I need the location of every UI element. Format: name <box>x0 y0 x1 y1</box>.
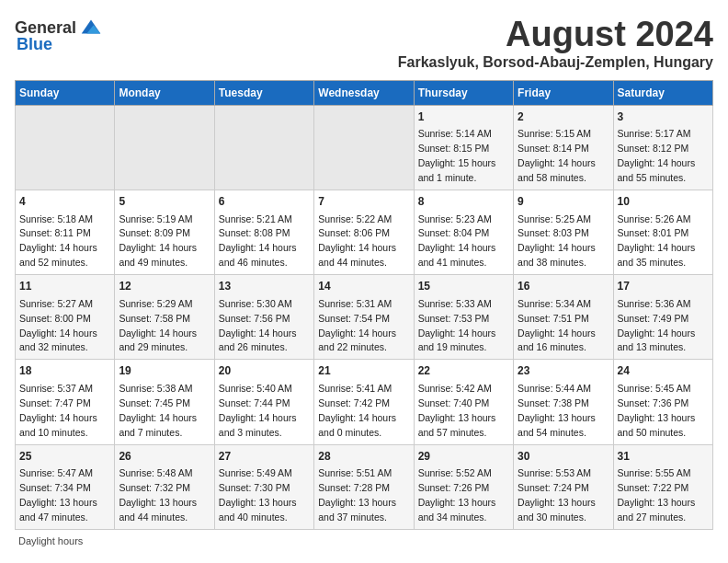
day-number: 9 <box>518 194 609 210</box>
page-subtitle: Farkaslyuk, Borsod-Abauj-Zemplen, Hungar… <box>398 54 713 71</box>
table-row: 8Sunrise: 5:23 AM Sunset: 8:04 PM Daylig… <box>414 190 513 275</box>
table-row: 12Sunrise: 5:29 AM Sunset: 7:58 PM Dayli… <box>115 275 214 360</box>
col-tuesday: Tuesday <box>214 81 313 106</box>
day-number: 11 <box>19 279 110 294</box>
day-number: 30 <box>518 449 609 465</box>
day-number: 16 <box>518 279 609 294</box>
table-row: 25Sunrise: 5:47 AM Sunset: 7:34 PM Dayli… <box>16 444 115 529</box>
table-row: 28Sunrise: 5:51 AM Sunset: 7:28 PM Dayli… <box>314 444 414 529</box>
day-info: Sunrise: 5:52 AM Sunset: 7:26 PM Dayligh… <box>418 467 496 523</box>
table-row: 30Sunrise: 5:53 AM Sunset: 7:24 PM Dayli… <box>514 444 613 529</box>
day-info: Sunrise: 5:21 AM Sunset: 8:08 PM Dayligh… <box>219 213 297 269</box>
calendar-week-row: 25Sunrise: 5:47 AM Sunset: 7:34 PM Dayli… <box>16 444 713 529</box>
day-number: 10 <box>618 194 709 210</box>
table-row <box>16 106 115 190</box>
day-info: Sunrise: 5:41 AM Sunset: 7:42 PM Dayligh… <box>318 383 396 438</box>
day-number: 27 <box>219 449 310 465</box>
table-row: 19Sunrise: 5:38 AM Sunset: 7:45 PM Dayli… <box>115 360 214 444</box>
day-number: 20 <box>219 363 310 379</box>
table-row <box>314 106 414 190</box>
day-info: Sunrise: 5:19 AM Sunset: 8:09 PM Dayligh… <box>119 213 197 269</box>
day-info: Sunrise: 5:37 AM Sunset: 7:47 PM Dayligh… <box>19 383 97 438</box>
day-info: Sunrise: 5:15 AM Sunset: 8:14 PM Dayligh… <box>518 128 596 183</box>
col-thursday: Thursday <box>414 81 513 106</box>
table-row: 11Sunrise: 5:27 AM Sunset: 8:00 PM Dayli… <box>16 275 115 360</box>
day-info: Sunrise: 5:40 AM Sunset: 7:44 PM Dayligh… <box>219 383 297 438</box>
day-number: 17 <box>618 279 709 294</box>
day-number: 2 <box>518 109 609 125</box>
logo-icon <box>78 15 104 40</box>
day-number: 26 <box>119 449 210 465</box>
table-row: 29Sunrise: 5:52 AM Sunset: 7:26 PM Dayli… <box>414 444 513 529</box>
day-info: Sunrise: 5:42 AM Sunset: 7:40 PM Dayligh… <box>418 383 496 438</box>
day-info: Sunrise: 5:26 AM Sunset: 8:01 PM Dayligh… <box>618 213 696 269</box>
day-info: Sunrise: 5:44 AM Sunset: 7:38 PM Dayligh… <box>518 383 596 438</box>
day-number: 7 <box>318 194 409 210</box>
day-info: Sunrise: 5:31 AM Sunset: 7:54 PM Dayligh… <box>318 298 396 353</box>
day-info: Sunrise: 5:22 AM Sunset: 8:06 PM Dayligh… <box>318 213 396 269</box>
day-info: Sunrise: 5:51 AM Sunset: 7:28 PM Dayligh… <box>318 467 396 523</box>
day-number: 18 <box>19 363 110 379</box>
table-row: 16Sunrise: 5:34 AM Sunset: 7:51 PM Dayli… <box>514 275 613 360</box>
calendar-header-row: Sunday Monday Tuesday Wednesday Thursday… <box>16 81 713 106</box>
calendar-week-row: 4Sunrise: 5:18 AM Sunset: 8:11 PM Daylig… <box>16 190 713 275</box>
day-number: 6 <box>219 194 310 210</box>
footer-daylight: Daylight hours <box>15 535 713 546</box>
title-area: August 2024 Farkaslyuk, Borsod-Abauj-Zem… <box>398 15 713 71</box>
day-number: 23 <box>518 363 609 379</box>
day-number: 4 <box>19 194 110 210</box>
day-number: 1 <box>418 109 509 125</box>
table-row: 6Sunrise: 5:21 AM Sunset: 8:08 PM Daylig… <box>214 190 313 275</box>
logo-blue: Blue <box>17 35 52 54</box>
table-row: 13Sunrise: 5:30 AM Sunset: 7:56 PM Dayli… <box>214 275 313 360</box>
table-row <box>115 106 214 190</box>
day-number: 24 <box>618 363 709 379</box>
day-info: Sunrise: 5:33 AM Sunset: 7:53 PM Dayligh… <box>418 298 496 353</box>
table-row: 27Sunrise: 5:49 AM Sunset: 7:30 PM Dayli… <box>214 444 313 529</box>
day-info: Sunrise: 5:45 AM Sunset: 7:36 PM Dayligh… <box>618 383 696 438</box>
day-info: Sunrise: 5:29 AM Sunset: 7:58 PM Dayligh… <box>119 298 197 353</box>
day-number: 12 <box>119 279 210 294</box>
calendar-table: Sunday Monday Tuesday Wednesday Thursday… <box>15 80 713 530</box>
day-info: Sunrise: 5:34 AM Sunset: 7:51 PM Dayligh… <box>518 298 596 353</box>
table-row: 5Sunrise: 5:19 AM Sunset: 8:09 PM Daylig… <box>115 190 214 275</box>
day-number: 15 <box>418 279 509 294</box>
day-info: Sunrise: 5:17 AM Sunset: 8:12 PM Dayligh… <box>618 128 696 183</box>
day-info: Sunrise: 5:18 AM Sunset: 8:11 PM Dayligh… <box>19 213 97 269</box>
table-row <box>214 106 313 190</box>
day-info: Sunrise: 5:49 AM Sunset: 7:30 PM Dayligh… <box>219 467 297 523</box>
calendar-week-row: 11Sunrise: 5:27 AM Sunset: 8:00 PM Dayli… <box>16 275 713 360</box>
table-row: 24Sunrise: 5:45 AM Sunset: 7:36 PM Dayli… <box>613 360 712 444</box>
day-number: 5 <box>119 194 210 210</box>
table-row: 21Sunrise: 5:41 AM Sunset: 7:42 PM Dayli… <box>314 360 414 444</box>
day-number: 31 <box>618 449 709 465</box>
day-info: Sunrise: 5:47 AM Sunset: 7:34 PM Dayligh… <box>19 467 97 523</box>
page-header: General Blue August 2024 Farkaslyuk, Bor… <box>15 15 713 71</box>
col-sunday: Sunday <box>16 81 115 106</box>
col-wednesday: Wednesday <box>314 81 414 106</box>
table-row: 23Sunrise: 5:44 AM Sunset: 7:38 PM Dayli… <box>514 360 613 444</box>
day-info: Sunrise: 5:48 AM Sunset: 7:32 PM Dayligh… <box>119 467 197 523</box>
day-number: 21 <box>318 363 409 379</box>
day-info: Sunrise: 5:53 AM Sunset: 7:24 PM Dayligh… <box>518 467 596 523</box>
table-row: 22Sunrise: 5:42 AM Sunset: 7:40 PM Dayli… <box>414 360 513 444</box>
col-monday: Monday <box>115 81 214 106</box>
day-number: 19 <box>119 363 210 379</box>
table-row: 7Sunrise: 5:22 AM Sunset: 8:06 PM Daylig… <box>314 190 414 275</box>
table-row: 2Sunrise: 5:15 AM Sunset: 8:14 PM Daylig… <box>514 106 613 190</box>
day-info: Sunrise: 5:55 AM Sunset: 7:22 PM Dayligh… <box>618 467 696 523</box>
table-row: 26Sunrise: 5:48 AM Sunset: 7:32 PM Dayli… <box>115 444 214 529</box>
day-info: Sunrise: 5:14 AM Sunset: 8:15 PM Dayligh… <box>418 128 496 183</box>
logo: General Blue <box>15 15 104 54</box>
day-number: 14 <box>318 279 409 294</box>
day-number: 13 <box>219 279 310 294</box>
day-info: Sunrise: 5:38 AM Sunset: 7:45 PM Dayligh… <box>119 383 197 438</box>
table-row: 4Sunrise: 5:18 AM Sunset: 8:11 PM Daylig… <box>16 190 115 275</box>
table-row: 3Sunrise: 5:17 AM Sunset: 8:12 PM Daylig… <box>613 106 712 190</box>
table-row: 31Sunrise: 5:55 AM Sunset: 7:22 PM Dayli… <box>613 444 712 529</box>
day-number: 3 <box>618 109 709 125</box>
day-info: Sunrise: 5:25 AM Sunset: 8:03 PM Dayligh… <box>518 213 596 269</box>
table-row: 20Sunrise: 5:40 AM Sunset: 7:44 PM Dayli… <box>214 360 313 444</box>
day-info: Sunrise: 5:27 AM Sunset: 8:00 PM Dayligh… <box>19 298 97 353</box>
day-number: 25 <box>19 449 110 465</box>
